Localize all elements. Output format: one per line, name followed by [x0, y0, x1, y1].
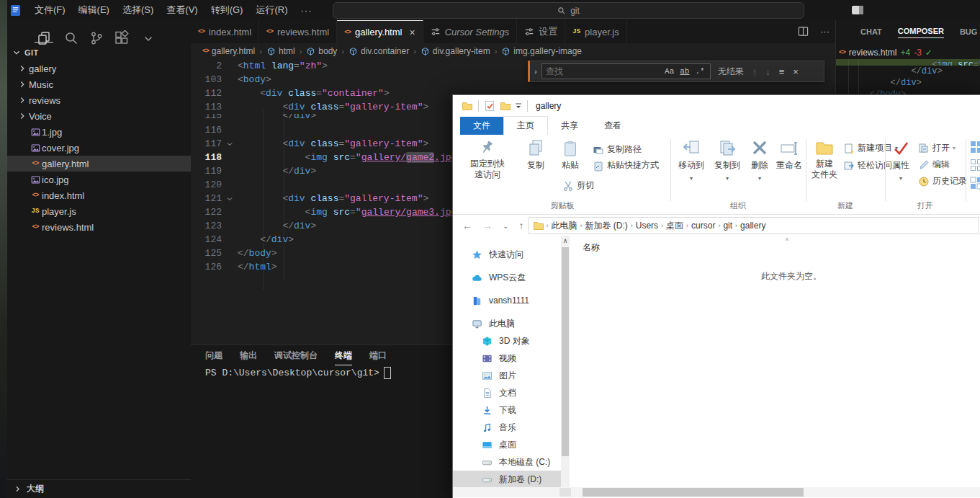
find-next-button[interactable]: ↓	[765, 66, 770, 77]
ribbon-tab-共享[interactable]: 共享	[548, 117, 591, 135]
find-in-selection-button[interactable]: ≡	[779, 66, 785, 77]
nav-item-桌面[interactable]: 桌面	[453, 436, 561, 453]
tab-index.html[interactable]: <>index.html	[191, 20, 259, 43]
nav-item-本地磁盘 (C:)[interactable]: 本地磁盘 (C:)	[453, 453, 561, 471]
address-crumb-此电脑[interactable]: 此电脑	[548, 220, 580, 232]
nav-item-新加卷 (D:)[interactable]: 新加卷 (D:)	[453, 471, 561, 488]
terminal-prompt[interactable]: PS D:\Users\Desktop\cursor\git>	[205, 367, 391, 379]
address-crumb-Users[interactable]: Users	[633, 221, 661, 231]
address-crumb-gallery[interactable]: gallery	[737, 221, 768, 231]
scrollbar-thumb[interactable]	[562, 247, 569, 456]
menu-查看(V)[interactable]: 查看(V)	[160, 0, 204, 20]
nav-item-下载[interactable]: 下载	[453, 401, 561, 419]
invert-selection-icon[interactable]	[970, 177, 980, 190]
sidebar-item-cover.jpg[interactable]: cover.jpg	[7, 140, 191, 156]
chat-tab-CHAT[interactable]: CHAT	[860, 26, 882, 38]
command-center-search[interactable]: git	[333, 2, 804, 19]
sidebar-item-reviews.html[interactable]: <>reviews.html	[7, 219, 191, 235]
fold-chevron-icon[interactable]	[222, 192, 238, 205]
paste-shortcut-button[interactable]: 粘贴快捷方式	[593, 159, 659, 172]
panel-tab-调试控制台[interactable]: 调试控制台	[274, 350, 318, 365]
copy-to-button[interactable]: 复制到 ▾	[711, 139, 744, 184]
copy-path-button[interactable]: 复制路径	[593, 143, 642, 156]
address-crumb-cursor[interactable]: cursor	[688, 221, 718, 231]
tab-reviews.html[interactable]: <>reviews.html	[259, 20, 337, 43]
history-button[interactable]: 历史记录	[918, 175, 967, 187]
properties-check-icon[interactable]	[484, 100, 495, 112]
explorer-copy-icon[interactable]	[36, 30, 52, 46]
horizontal-scrollbar[interactable]	[453, 487, 980, 497]
sidebar-section-header[interactable]: GIT	[12, 48, 39, 58]
extensions-icon[interactable]	[114, 30, 130, 46]
nav-item-3D 对象[interactable]: 3D 对象	[453, 332, 561, 350]
delete-button[interactable]: 删除 ▾	[747, 139, 773, 184]
sidebar-item-reviews[interactable]: reviews	[7, 92, 191, 108]
column-header-name[interactable]: 名称	[583, 241, 600, 254]
ribbon-tab-主页[interactable]: 主页	[503, 116, 548, 135]
breadcrumb-item-html[interactable]: html	[266, 46, 295, 56]
rename-button[interactable]: 重命名	[773, 139, 806, 171]
more-actions-button[interactable]: ···	[820, 26, 830, 37]
search-icon[interactable]	[63, 30, 79, 46]
panel-tab-问题[interactable]: 问题	[205, 350, 222, 365]
nav-item-图片[interactable]: 图片	[453, 367, 561, 384]
sidebar-item-player.js[interactable]: JSplayer.js	[7, 203, 191, 219]
sidebar-item-Voice[interactable]: Voice	[7, 108, 191, 124]
nav-forward-button[interactable]: →	[477, 220, 498, 231]
properties-button[interactable]: 属性 ▾	[888, 139, 914, 184]
nav-item-快速访问[interactable]: 快速访问	[453, 246, 561, 263]
outline-section[interactable]: 大纲	[7, 479, 191, 498]
new-folder-icon[interactable]	[500, 100, 511, 112]
breadcrumb-item-body[interactable]: body	[306, 46, 337, 56]
panel-tab-终端[interactable]: 终端	[335, 350, 352, 365]
nav-item-vansh1111[interactable]: vansh1111	[453, 292, 561, 309]
fold-chevron-icon[interactable]	[222, 137, 238, 151]
split-editor-icon[interactable]	[798, 26, 809, 37]
new-folder-button[interactable]: 新建文件夹	[809, 139, 840, 180]
sidebar-item-ico.jpg[interactable]: ico.jpg	[7, 172, 191, 187]
up-one-level-button[interactable]: ↑	[513, 220, 529, 231]
accept-check-icon[interactable]: ✓	[925, 48, 932, 58]
regex-toggle[interactable]: .*	[692, 67, 709, 76]
address-crumb-git[interactable]: git	[720, 221, 735, 231]
menu-选择(S)[interactable]: 选择(S)	[116, 0, 160, 20]
tab-gallery.html[interactable]: <>gallery.html×	[337, 20, 423, 43]
changed-file-row[interactable]: <> reviews.html +4 -3 ✓	[839, 48, 932, 58]
match-case-toggle[interactable]: Aa	[662, 67, 677, 76]
open-button[interactable]: 打开▾	[918, 142, 956, 154]
ribbon-tab-文件[interactable]: 文件	[460, 117, 503, 135]
close-tab-icon[interactable]: ×	[409, 27, 415, 38]
nav-item-文档[interactable]: 文档	[453, 384, 561, 401]
sidebar-item-1.jpg[interactable]: 1.jpg	[7, 124, 191, 140]
address-breadcrumb-box[interactable]: ›此电脑›新加卷 (D:)›Users›桌面›cursor›git›galler…	[529, 217, 979, 234]
nav-scrollbar[interactable]: ∧	[561, 236, 570, 487]
address-crumb-桌面[interactable]: 桌面	[663, 220, 686, 232]
panel-tab-端口[interactable]: 端口	[369, 350, 387, 365]
nav-item-音乐[interactable]: 音乐	[453, 419, 561, 436]
layout-panel-icon[interactable]	[851, 5, 864, 15]
breadcrumb-item-div.gallery-item[interactable]: div.gallery-item	[421, 46, 490, 56]
menu-编辑(E)[interactable]: 编辑(E)	[72, 0, 116, 20]
panel-tab-输出[interactable]: 输出	[240, 350, 257, 365]
customize-toolbar-dropdown-icon[interactable]	[515, 102, 522, 110]
chat-tab-BUG[interactable]: BUG	[960, 26, 977, 38]
tab-Cursor Settings[interactable]: Cursor Settings	[423, 20, 518, 43]
address-crumb-新加卷 (D:)[interactable]: 新加卷 (D:)	[582, 220, 630, 232]
pin-to-quick-access-button[interactable]: 固定到快速访问	[460, 139, 515, 180]
nav-item-此电脑[interactable]: 此电脑	[453, 315, 561, 332]
breadcrumb-item-img.gallery-image[interactable]: img.gallery-image	[501, 46, 582, 56]
toggle-replace-chevron[interactable]: ›	[530, 67, 541, 76]
menu-文件(F)[interactable]: 文件(F)	[28, 0, 72, 20]
sidebar-item-gallery.html[interactable]: <>gallery.html	[7, 156, 191, 172]
whole-word-toggle[interactable]: ab	[677, 67, 692, 76]
select-none-icon[interactable]	[970, 159, 980, 172]
recent-locations-dropdown[interactable]: ⌄	[498, 222, 513, 230]
menu-转到(G)[interactable]: 转到(G)	[204, 0, 250, 20]
breadcrumb-item-div.container[interactable]: div.container	[349, 46, 409, 56]
menu-more-button[interactable]: ···	[294, 5, 318, 16]
close-find-button[interactable]: ×	[793, 66, 799, 77]
nav-item-视频[interactable]: 视频	[453, 350, 561, 367]
ribbon-tab-查看[interactable]: 查看	[591, 117, 634, 135]
find-input[interactable]	[542, 66, 662, 76]
menu-运行(R)[interactable]: 运行(R)	[249, 0, 294, 20]
